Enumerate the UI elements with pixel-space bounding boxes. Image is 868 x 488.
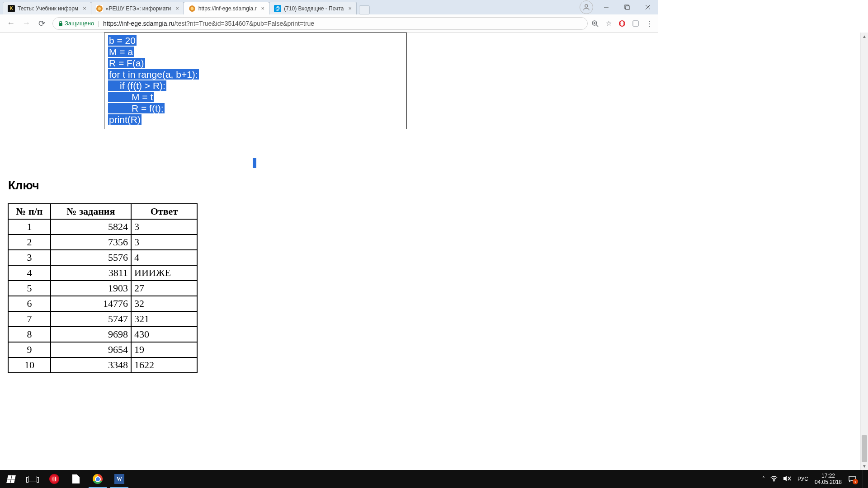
- table-cell: 3348: [51, 357, 131, 369]
- code-line: R = f(t);: [108, 103, 165, 113]
- table-header: № задания: [51, 204, 131, 219]
- nav-forward-button[interactable]: →: [22, 19, 31, 28]
- table-header: № п/п: [8, 204, 51, 219]
- url-text: https://inf-ege.sdamgia.ru/test?nt=True&…: [103, 20, 314, 27]
- code-line: M = t: [108, 92, 154, 102]
- zoom-icon[interactable]: [591, 20, 599, 27]
- svg-rect-11: [633, 21, 638, 26]
- key-header: Ключ: [8, 178, 39, 192]
- favicon-mail-icon: @: [274, 5, 281, 12]
- window-maximize-button[interactable]: [617, 0, 637, 14]
- secure-label: Защищено: [65, 20, 94, 27]
- table-cell: 7356: [51, 235, 131, 250]
- answer-key-table: № п/п № задания Ответ 158243273563355764…: [8, 203, 198, 369]
- table-cell: 5576: [51, 250, 131, 265]
- table-cell: 5: [8, 281, 51, 296]
- table-cell: 1622: [131, 357, 197, 369]
- new-tab-button[interactable]: [359, 5, 370, 14]
- svg-rect-3: [626, 6, 629, 9]
- table-cell: 32: [131, 296, 197, 311]
- tab-label: Тесты: Учебник информ: [18, 5, 78, 12]
- code-line: for t in range(a, b+1):: [108, 69, 199, 80]
- table-row: 1033481622: [8, 357, 197, 369]
- page-viewport: b = 20 M = a R = F(a) for t in range(a, …: [0, 33, 658, 369]
- tab-mail[interactable]: @ (710) Входящие - Почта ×: [269, 2, 357, 14]
- svg-rect-6: [59, 23, 62, 26]
- nav-reload-button[interactable]: ⟳: [37, 19, 46, 28]
- table-row: 9965419: [8, 342, 197, 357]
- table-row: 355764: [8, 250, 197, 265]
- tab-reshu-ege[interactable]: «РЕШУ ЕГЭ»: информати ×: [91, 2, 184, 14]
- close-icon[interactable]: ×: [83, 5, 86, 12]
- table-cell: 8: [8, 327, 51, 342]
- lock-icon: [58, 21, 63, 26]
- window-close-button[interactable]: [637, 0, 658, 14]
- svg-point-0: [585, 5, 588, 7]
- address-bar: ← → ⟳ Защищено | https://inf-ege.sdamgia…: [0, 14, 658, 33]
- favicon-sunburst-icon: [189, 5, 196, 12]
- table-cell: 27: [131, 281, 197, 296]
- svg-line-8: [596, 25, 598, 27]
- code-line: if (f(t) > R):: [108, 80, 166, 91]
- code-line: print(R): [108, 114, 142, 125]
- table-cell: 1: [8, 219, 51, 235]
- favicon-sunburst-icon: [96, 5, 103, 12]
- tab-label: (710) Входящие - Почта: [284, 5, 344, 12]
- table-cell: 9654: [51, 342, 131, 357]
- opera-extension-icon[interactable]: [618, 20, 626, 27]
- table-row: 61477632: [8, 296, 197, 311]
- close-icon[interactable]: ×: [175, 5, 179, 12]
- secure-indicator: Защищено: [58, 20, 94, 27]
- table-cell: 6: [8, 296, 51, 311]
- code-box[interactable]: b = 20 M = a R = F(a) for t in range(a, …: [104, 33, 407, 129]
- table-cell: 3: [131, 219, 197, 235]
- close-icon[interactable]: ×: [348, 5, 352, 12]
- nav-back-button[interactable]: ←: [6, 19, 15, 28]
- tab-label: https://inf-ege.sdamgia.r: [198, 5, 257, 12]
- table-cell: 4: [131, 250, 197, 265]
- table-cell: 9: [8, 342, 51, 357]
- table-cell: 3: [131, 235, 197, 250]
- browser-tab-strip: K Тесты: Учебник информ × «РЕШУ ЕГЭ»: ин…: [0, 0, 658, 14]
- favicon-k-icon: K: [8, 5, 15, 12]
- table-cell: 5824: [51, 219, 131, 235]
- table-cell: 19: [131, 342, 197, 357]
- code-line: M = a: [108, 47, 134, 57]
- code-line: R = F(a): [108, 58, 145, 68]
- table-cell: 1903: [51, 281, 131, 296]
- table-cell: 4: [8, 265, 51, 281]
- table-cell: 3: [8, 250, 51, 265]
- table-cell: 7: [8, 311, 51, 327]
- table-row: 75747321: [8, 311, 197, 327]
- table-cell: ИИИЖЕ: [131, 265, 197, 281]
- table-cell: 3811: [51, 265, 131, 281]
- bookmark-star-icon[interactable]: ☆: [605, 20, 612, 27]
- selection-caret: [253, 158, 256, 168]
- table-cell: 321: [131, 311, 197, 327]
- code-line: b = 20: [108, 35, 137, 46]
- table-header: Ответ: [131, 204, 197, 219]
- tab-tests[interactable]: K Тесты: Учебник информ ×: [3, 2, 91, 14]
- table-cell: 5747: [51, 311, 131, 327]
- profile-avatar-icon[interactable]: [580, 0, 593, 14]
- url-input[interactable]: Защищено | https://inf-ege.sdamgia.ru/te…: [52, 17, 588, 30]
- table-cell: 14776: [51, 296, 131, 311]
- tab-sdamgia[interactable]: https://inf-ege.sdamgia.r ×: [184, 2, 269, 14]
- table-cell: 9698: [51, 327, 131, 342]
- table-row: 158243: [8, 219, 197, 235]
- table-row: 89698430: [8, 327, 197, 342]
- table-row: 5190327: [8, 281, 197, 296]
- table-cell: 430: [131, 327, 197, 342]
- chrome-menu-icon[interactable]: ⋮: [646, 20, 653, 27]
- table-row: 43811ИИИЖЕ: [8, 265, 197, 281]
- table-cell: 10: [8, 357, 51, 369]
- close-icon[interactable]: ×: [261, 5, 265, 12]
- table-row: 273563: [8, 235, 197, 250]
- extension-square-icon[interactable]: [632, 20, 639, 27]
- window-minimize-button[interactable]: [596, 0, 617, 14]
- tab-label: «РЕШУ ЕГЭ»: информати: [106, 5, 171, 12]
- table-cell: 2: [8, 235, 51, 250]
